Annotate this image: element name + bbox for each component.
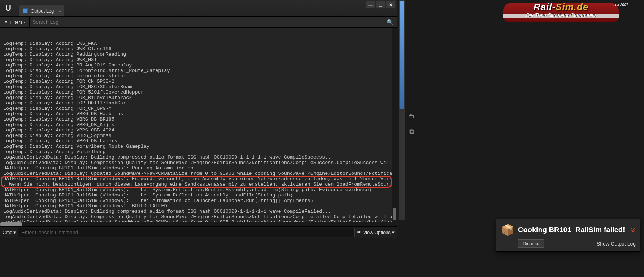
log-line: LogTemp: Display: Adding TOR_NSC73Center… bbox=[3, 84, 394, 90]
log-line: LogTemp: Display: Adding TOR_CN_GP38-2 bbox=[3, 79, 394, 84]
log-line: LogTemp: Display: Adding TOR_5201ftCover… bbox=[3, 90, 394, 95]
log-line: UATHelper: Cooking BR101_RailSim (Window… bbox=[3, 165, 394, 171]
log-line: LogTemp: Display: Adding GWR_Class166 bbox=[3, 46, 394, 52]
eye-icon: 👁 bbox=[357, 230, 362, 235]
console-icon bbox=[23, 8, 28, 13]
log-line: UATHelper: Cooking BR101_RailSim (Window… bbox=[3, 198, 394, 203]
maximize-button[interactable]: □ bbox=[376, 1, 385, 8]
log-line: LogTemp: Display: Adding VBRG_OBB_4024 bbox=[3, 127, 394, 133]
log-line: LogTemp: Display: Adding Vorarlberg_Rout… bbox=[3, 144, 394, 149]
logo-text-rail: Rail- bbox=[534, 1, 556, 12]
show-output-log-link[interactable]: Show Output Log bbox=[597, 241, 636, 247]
log-line: LogAudioDerivedData: Display: Updated So… bbox=[3, 171, 394, 176]
output-log-window: U Output Log × — □ ✕ ▼ Filters ▾ 🔍 LogTe… bbox=[0, 0, 397, 238]
log-line: LogTemp: Display: Adding TOR_BiLevelAuto… bbox=[3, 95, 394, 100]
unreal-logo-icon: U bbox=[0, 0, 16, 16]
folder-icon[interactable]: 🗀 bbox=[407, 112, 416, 121]
log-line: LogTemp: Display: Adding VBRG_DB_Habbiin… bbox=[3, 111, 394, 117]
vertical-scrollbar-thumb[interactable] bbox=[393, 208, 396, 220]
horizontal-scrollbar[interactable] bbox=[0, 222, 392, 226]
log-line: UATHelper: Cooking BR101_RailSim (Window… bbox=[3, 176, 394, 182]
log-line: LogTemp: Display: Adding PaddingtonReadi… bbox=[3, 52, 394, 57]
filters-label: Filters bbox=[10, 20, 22, 25]
minimize-button[interactable]: — bbox=[366, 1, 375, 8]
titlebar: U Output Log × — □ ✕ bbox=[0, 0, 397, 16]
filters-button[interactable]: ▼ Filters ▾ bbox=[0, 17, 30, 27]
log-line: LogTemp: Display: Adding TOR_CN_GP9RM bbox=[3, 106, 394, 111]
horizontal-scrollbar-thumb[interactable] bbox=[0, 222, 22, 226]
vertical-scrollbar[interactable] bbox=[392, 28, 397, 226]
log-line: LogTemp: Display: Adding VBRG_DB_Laaers bbox=[3, 138, 394, 144]
funnel-icon: ▼ bbox=[4, 20, 8, 25]
search-icon[interactable]: 🔍 bbox=[387, 19, 394, 26]
logo-tagline: Die Train Simulator Community bbox=[500, 12, 622, 18]
log-line: LogTemp: Display: Adding VBRG_DB_Kijls bbox=[3, 122, 394, 127]
dismiss-button[interactable]: Dismiss bbox=[518, 239, 544, 248]
log-line: LogTemp: Display: Adding TOR_DOT117TankC… bbox=[3, 100, 394, 106]
log-area: LogTemp: Display: Adding EWS_FKALogTemp:… bbox=[0, 28, 397, 226]
railsim-logo: Rail-Sim.de Die Train Simulator Communit… bbox=[500, 0, 622, 25]
log-line: . Wenn Sie nicht beabsichtigen, durch di… bbox=[3, 182, 394, 187]
package-icon: 📦 bbox=[501, 223, 514, 237]
cooking-failed-toast: 📦 Cooking BR101_RailSim failed! ⊘ Dismis… bbox=[496, 219, 640, 252]
log-toolbar: ▼ Filters ▾ 🔍 bbox=[0, 16, 397, 28]
log-line: LogTemp: Display: Adding EWS_FKA bbox=[3, 41, 394, 46]
chevron-down-icon: ▾ bbox=[392, 230, 395, 235]
log-line: LogTemp: Display: Adding PR_Aug2019_Game… bbox=[3, 62, 394, 68]
view-options-button[interactable]: 👁 View Options ▾ bbox=[357, 230, 395, 235]
logo-text-sim: Sim.de bbox=[556, 1, 588, 12]
tab-label: Output Log bbox=[31, 8, 54, 14]
log-line: LogTemp: Display: Adding VBRG_Sggmrss bbox=[3, 133, 394, 138]
outer-scrollbar-thumb[interactable] bbox=[399, 1, 404, 109]
log-line: LogTemp: Display: Adding Vorarlberg bbox=[3, 149, 394, 155]
log-line: UATHelper: Cooking BR101_RailSim (Window… bbox=[3, 187, 394, 192]
logo-since: seit 2007 bbox=[613, 3, 628, 7]
console-command-bar: Cmd ▾ 👁 View Options ▾ bbox=[0, 226, 397, 238]
log-line: UATHelper: Cooking BR101_RailSim (Window… bbox=[3, 203, 394, 209]
close-tab-icon[interactable]: × bbox=[58, 8, 61, 13]
output-log-tab[interactable]: Output Log × bbox=[19, 5, 64, 16]
console-command-input[interactable] bbox=[18, 228, 354, 237]
log-line: LogAudioDerivedData: Display: Building c… bbox=[3, 209, 394, 214]
log-line: LogAudioDerivedData: Display: Building c… bbox=[3, 155, 394, 160]
side-icon-strip: 🗀 ⧉ bbox=[407, 112, 416, 136]
view-options-label: View Options bbox=[363, 230, 391, 235]
log-line: UATHelper: Cooking BR101_RailSim (Window… bbox=[3, 192, 394, 198]
cmd-label: Cmd bbox=[3, 230, 12, 235]
search-input[interactable] bbox=[32, 19, 387, 25]
chevron-down-icon: ▾ bbox=[13, 230, 16, 235]
outer-vertical-scrollbar[interactable] bbox=[399, 0, 405, 220]
log-line: LogTemp: Display: Adding TorontoIndustri… bbox=[3, 68, 394, 73]
log-line: LogTemp: Display: Adding VBRG_DB_BR185 bbox=[3, 117, 394, 122]
layers-icon[interactable]: ⧉ bbox=[407, 127, 416, 136]
warning-icon: ⊘ bbox=[630, 226, 636, 234]
log-line: LogAudioDerivedData: Display: Compressio… bbox=[3, 160, 394, 165]
close-button[interactable]: ✕ bbox=[386, 1, 395, 8]
search-box: 🔍 bbox=[30, 19, 397, 26]
log-line: LogAudioDerivedData: Display: Compressio… bbox=[3, 214, 394, 220]
toast-title: Cooking BR101_RailSim failed! bbox=[518, 226, 627, 234]
cmd-dropdown[interactable]: Cmd ▾ bbox=[3, 230, 16, 235]
chevron-down-icon: ▾ bbox=[24, 20, 26, 24]
log-line: LogTemp: Display: Adding GWR_HST bbox=[3, 57, 394, 62]
log-line: LogTemp: Display: Adding TorontoIndustri… bbox=[3, 73, 394, 79]
